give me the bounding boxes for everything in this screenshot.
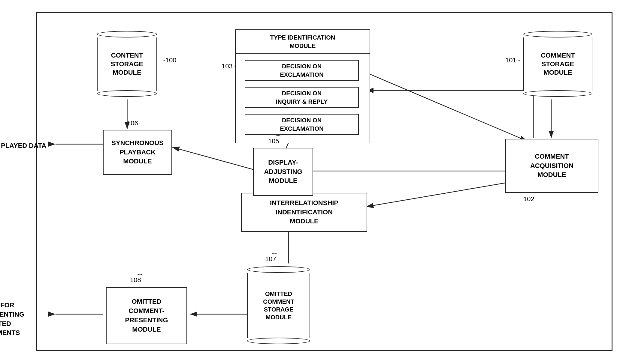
cyl-main: CONTENTSTORAGEMODULE [97, 37, 157, 91]
type-id-outer: TYPE IDENTIFICATIONMODULE DECISION ONEXC… [235, 29, 370, 143]
cyl-main-2: COMMENTSTORAGEMODULE [523, 37, 592, 91]
cyl-top [97, 31, 157, 37]
svg-line-16 [366, 73, 527, 141]
decision-inquiry: DECISION ONINQUIRY & REPLY [245, 87, 359, 108]
cyl-bottom-2 [523, 90, 592, 97]
played-data-label: PLAYED DATA [1, 141, 46, 151]
cyl-main-3: OMITTEDCOMMENTSTORAGEMODULE [247, 273, 310, 338]
display-adjusting-module: DISPLAY-ADJUSTINGMODULE [253, 148, 313, 196]
omitted-comment-storage-cylinder: OMITTEDCOMMENTSTORAGEMODULE [247, 266, 310, 344]
svg-line-10 [172, 147, 259, 171]
omitted-comment-presenting-module: OMITTEDCOMMENT-PRESENTINGMODULE [106, 287, 187, 344]
page: CONTENTSTORAGEMODULE ~100 COMMENTSTORAGE… [0, 0, 626, 364]
ref-102: 102 [523, 195, 534, 203]
ref-106: 106 [127, 119, 138, 127]
synchronous-playback-module: SYNCHRONOUSPLAYBACKMODULE [103, 130, 172, 175]
type-id-module: TYPE IDENTIFICATIONMODULE [236, 30, 370, 54]
data-for-presenting-label: DATA FORPRESENTINGOMITTEDCOMMENTS [0, 301, 24, 338]
decision-exclamation-2: DECISION ONEXCLAMATION [245, 114, 359, 135]
cyl-bottom [97, 90, 157, 97]
cyl-top-2 [523, 31, 592, 37]
cyl-bottom-3 [247, 338, 310, 344]
cyl-top-3 [247, 266, 310, 273]
svg-line-8 [366, 180, 523, 207]
diagram-border: CONTENTSTORAGEMODULE ~100 COMMENTSTORAGE… [36, 12, 612, 351]
content-storage-cylinder: CONTENTSTORAGEMODULE [97, 31, 157, 97]
ref-101: 101~ [505, 56, 520, 64]
ref-103: 103~ [222, 62, 237, 70]
comment-storage-cylinder: COMMENTSTORAGEMODULE [523, 31, 592, 97]
interrelationship-module: INTERRELATIONSHIPINDENTIFICATIONMODULE [241, 193, 367, 232]
ref-100: ~100 [162, 56, 177, 64]
decision-exclamation-1: DECISION ONEXCLAMATION [245, 60, 359, 81]
comment-acquisition-module: COMMENTACQUISITIONMODULE [505, 139, 598, 193]
